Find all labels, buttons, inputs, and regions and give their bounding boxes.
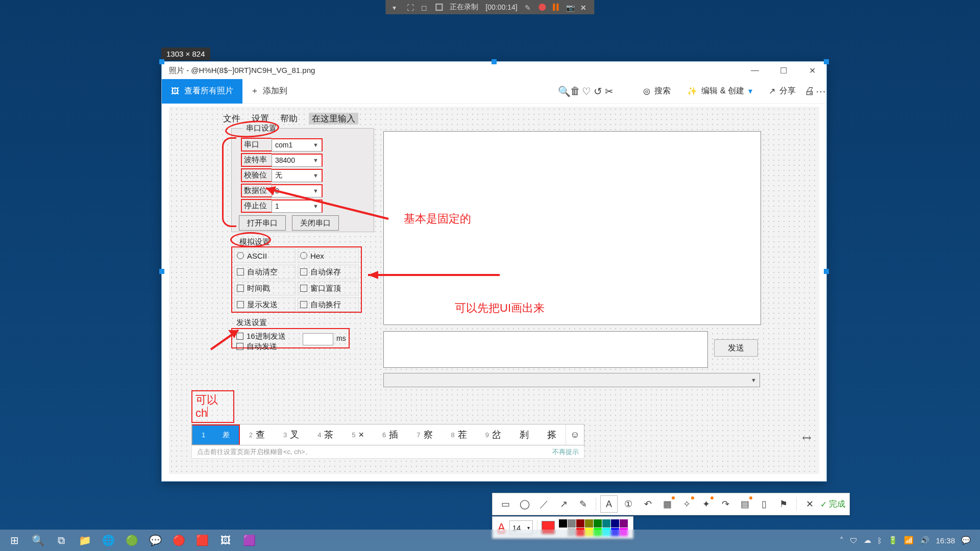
tray-icon[interactable]: 🛡 [850, 536, 857, 545]
ime-candidate[interactable]: 3叉 [274, 424, 308, 445]
checkbox-icon[interactable] [237, 301, 244, 308]
phone-icon[interactable]: ▯ [755, 495, 773, 513]
color-swatch[interactable] [568, 519, 576, 528]
camera-icon[interactable]: 📷 [566, 4, 573, 11]
radio-icon[interactable] [237, 252, 244, 259]
input-textarea[interactable] [383, 331, 708, 368]
taskbar[interactable]: ⊞ 🔍 ⧉ 📁 🌐 🟢 💬 🔴 🟥 🖼 🟪 ˄ 🛡 ☁ ᛒ 🔋 📶 🔊 16:3… [0, 530, 980, 551]
redo-icon[interactable]: ↷ [717, 495, 734, 513]
line-tool-icon[interactable]: ／ [535, 495, 553, 513]
bookmark-icon[interactable]: ⚑ [775, 495, 792, 513]
close-icon[interactable]: ✕ [580, 4, 587, 11]
wifi-icon[interactable]: 📶 [904, 536, 914, 545]
star-tool-icon[interactable]: ✦ [697, 495, 715, 513]
ime-candidate[interactable]: 6插 [373, 424, 407, 445]
parity-select[interactable]: 无▼ [272, 169, 323, 182]
send-button[interactable]: 发送 [714, 339, 758, 357]
share-button[interactable]: ↗ 分享 [761, 86, 804, 96]
delete-icon[interactable]: 🗑 [570, 86, 581, 97]
pen-tool-icon[interactable]: ✎ [574, 495, 592, 513]
number-tool-icon[interactable]: ① [620, 495, 637, 513]
crop-icon[interactable]: ✂ [603, 86, 615, 97]
ime-emoji-button[interactable]: ☺ [566, 424, 584, 445]
resize-handle[interactable] [159, 269, 164, 274]
arrow-tool-icon[interactable]: ↗ [555, 495, 572, 513]
app-icon[interactable]: 🔴 [168, 530, 189, 550]
expand-icon[interactable]: ⤢ [798, 430, 814, 445]
ime-candidate[interactable]: 1差 [192, 424, 240, 445]
baud-select[interactable]: 38400▼ [272, 154, 323, 167]
resize-handle[interactable] [159, 59, 164, 64]
port-select[interactable]: com1▼ [272, 138, 323, 152]
rect-tool-icon[interactable]: ▭ [497, 495, 514, 513]
browser-icon[interactable]: 🌐 [98, 530, 118, 550]
color-swatch[interactable] [620, 519, 628, 528]
ellipse-tool-icon[interactable]: ◯ [516, 495, 533, 513]
interval-input[interactable] [303, 333, 333, 345]
checkbox-icon[interactable] [300, 285, 307, 292]
resize-handle[interactable] [824, 269, 829, 274]
zoom-icon[interactable]: 🔍 [558, 86, 570, 97]
menu-hint[interactable]: 在这里输入 [309, 113, 358, 124]
color-swatch[interactable] [611, 519, 619, 528]
start-button[interactable]: ⊞ [4, 530, 24, 550]
color-swatch[interactable] [594, 519, 602, 528]
clock[interactable]: 16:38 [936, 536, 955, 545]
task-view-icon[interactable]: ⧉ [51, 530, 71, 550]
checkbox-icon[interactable] [237, 285, 244, 292]
search-icon[interactable]: 🔍 [28, 530, 48, 550]
pencil-icon[interactable]: ✎ [525, 4, 532, 11]
ime-candidate[interactable]: 7察 [407, 424, 442, 445]
region-icon[interactable]: ◻ [421, 4, 428, 11]
text-input-annotation[interactable]: 可以 ch [191, 390, 234, 423]
resize-handle[interactable] [824, 59, 829, 64]
record-icon[interactable] [539, 4, 546, 11]
pause-icon[interactable] [553, 4, 559, 11]
favorite-icon[interactable]: ♡ [581, 86, 592, 97]
window-icon[interactable] [435, 4, 443, 11]
print-icon[interactable]: 🖨 [804, 86, 815, 97]
checkbox-icon[interactable] [300, 301, 307, 308]
chevron-down-icon[interactable]: ▾ [393, 4, 400, 11]
radio-icon[interactable] [300, 252, 307, 259]
undo-icon[interactable]: ↶ [639, 495, 656, 513]
calendar-icon[interactable]: ▤ [736, 495, 753, 513]
app-icon[interactable]: 🟥 [192, 530, 212, 550]
done-button[interactable]: ✓ 完成 [820, 499, 845, 510]
add-to-button[interactable]: ＋ 添加到 [242, 86, 296, 96]
cancel-icon[interactable]: ✕ [801, 495, 818, 513]
color-swatch[interactable] [576, 519, 584, 528]
view-all-photos-button[interactable]: 🖼 查看所有照片 [162, 79, 242, 104]
close-button[interactable]: ✕ [798, 62, 826, 79]
text-tool-icon[interactable]: A [600, 495, 618, 513]
minimize-button[interactable]: ― [741, 62, 769, 79]
photos-taskbar-icon[interactable]: 🖼 [215, 530, 236, 550]
ime-candidate-bar[interactable]: 1差 2查 3叉 4茶 5× 6插 7察 8茬 9岔 刹 搽 ☺ [191, 424, 584, 445]
ime-candidate[interactable]: 9岔 [476, 424, 510, 445]
color-swatch[interactable] [559, 519, 567, 528]
ime-hint-text[interactable]: 点击前往设置页面开启模糊音<c, ch>。 [197, 447, 312, 457]
tray-icon[interactable]: ☁ [864, 536, 871, 545]
app-icon[interactable]: 🟢 [121, 530, 142, 550]
color-swatch[interactable] [585, 519, 593, 528]
system-tray[interactable]: ˄ 🛡 ☁ ᛒ 🔋 📶 🔊 16:38 💬 [840, 536, 976, 545]
checkbox-icon[interactable] [300, 268, 307, 276]
ime-candidate[interactable]: 搽 [538, 424, 566, 445]
notifications-icon[interactable]: 💬 [961, 536, 971, 545]
ime-candidate[interactable]: 5× [342, 424, 373, 445]
ime-candidate[interactable]: 4茶 [308, 424, 342, 445]
color-swatch[interactable] [602, 519, 610, 528]
highlight-tool-icon[interactable]: ✧ [678, 495, 695, 513]
output-textarea[interactable] [383, 131, 761, 325]
maximize-button[interactable]: ☐ [769, 62, 798, 79]
ime-candidate[interactable]: 2查 [240, 424, 274, 445]
rotate-icon[interactable]: ↺ [592, 86, 603, 97]
resize-handle[interactable] [492, 59, 497, 64]
ime-candidate[interactable]: 8茬 [442, 424, 476, 445]
mosaic-tool-icon[interactable]: ▦ [658, 495, 676, 513]
history-combo[interactable]: ▼ [383, 373, 760, 387]
menu-help[interactable]: 帮助 [280, 113, 298, 124]
explorer-icon[interactable]: 📁 [75, 530, 95, 550]
ime-candidate[interactable]: 刹 [510, 424, 538, 445]
edit-create-button[interactable]: ✨ 编辑 & 创建 ▾ [679, 86, 761, 96]
